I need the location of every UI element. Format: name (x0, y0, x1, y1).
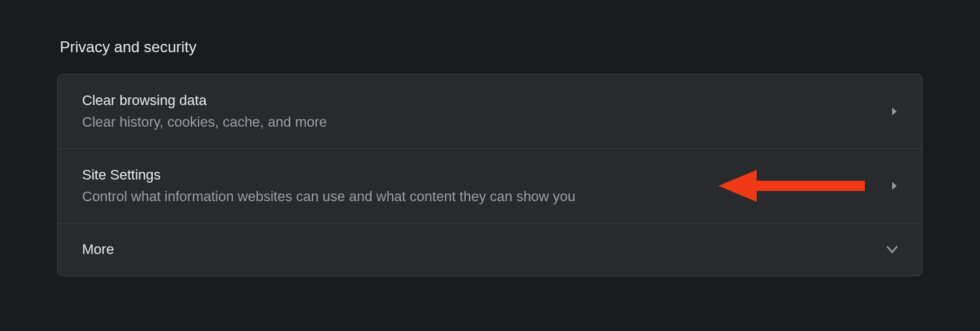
row-subtitle: Clear history, cookies, cache, and more (82, 114, 879, 130)
more-row[interactable]: More (58, 223, 922, 276)
chevron-right-icon (892, 107, 898, 116)
row-title: Clear browsing data (82, 92, 879, 109)
row-text: Clear browsing data Clear history, cooki… (82, 92, 879, 130)
row-title: Site Settings (82, 167, 879, 183)
row-text: Site Settings Control what information w… (82, 167, 879, 205)
clear-browsing-data-row[interactable]: Clear browsing data Clear history, cooki… (58, 74, 922, 149)
chevron-down-icon (886, 246, 898, 253)
site-settings-row[interactable]: Site Settings Control what information w… (58, 149, 922, 223)
row-text: More (82, 241, 874, 258)
privacy-security-panel: Clear browsing data Clear history, cooki… (57, 74, 923, 276)
chevron-right-icon (892, 181, 898, 190)
row-title: More (82, 241, 874, 258)
row-subtitle: Control what information websites can us… (82, 188, 879, 205)
section-title: Privacy and security (60, 38, 923, 56)
